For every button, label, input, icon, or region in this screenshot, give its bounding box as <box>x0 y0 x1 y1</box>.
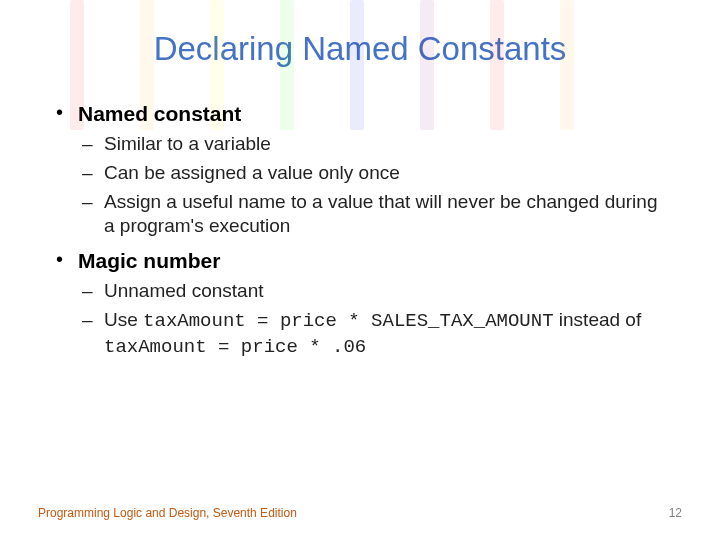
sub-text: instead of <box>554 309 642 330</box>
bullet-list: Named constant Similar to a variable Can… <box>50 100 670 360</box>
bullet-item: Magic number Unnamed constant Use taxAmo… <box>50 247 670 359</box>
bullet-label: Named constant <box>78 102 241 125</box>
sub-item: Can be assigned a value only once <box>78 161 670 186</box>
page-number: 12 <box>669 506 682 520</box>
sub-text: Use <box>104 309 143 330</box>
bullet-item: Named constant Similar to a variable Can… <box>50 100 670 239</box>
sub-item: Assign a useful name to a value that wil… <box>78 190 670 239</box>
code-text: taxAmount = price * .06 <box>104 336 366 358</box>
code-text: taxAmount = price * SALES_TAX_AMOUNT <box>143 310 553 332</box>
sub-list: Similar to a variable Can be assigned a … <box>78 132 670 239</box>
footer-text: Programming Logic and Design, Seventh Ed… <box>38 506 297 520</box>
sub-item: Use taxAmount = price * SALES_TAX_AMOUNT… <box>78 308 670 359</box>
sub-item: Similar to a variable <box>78 132 670 157</box>
slide: Declaring Named Constants Named constant… <box>0 0 720 540</box>
sub-item: Unnamed constant <box>78 279 670 304</box>
sub-list: Unnamed constant Use taxAmount = price *… <box>78 279 670 359</box>
bullet-label: Magic number <box>78 249 220 272</box>
